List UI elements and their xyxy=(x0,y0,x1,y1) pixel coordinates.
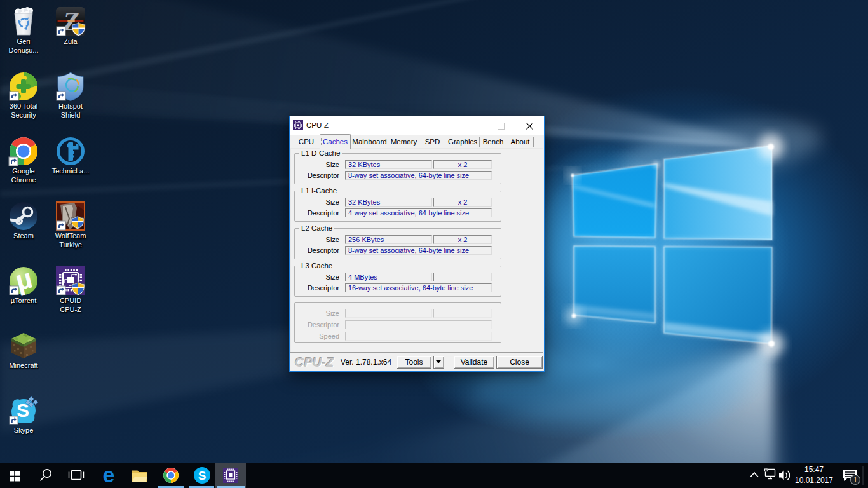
svg-text:S: S xyxy=(198,469,207,482)
svg-text:10.01.2017: 10.01.2017 xyxy=(795,476,833,485)
svg-text:15:47: 15:47 xyxy=(804,465,824,474)
svg-text:1: 1 xyxy=(853,476,857,484)
svg-text:e: e xyxy=(103,463,115,487)
